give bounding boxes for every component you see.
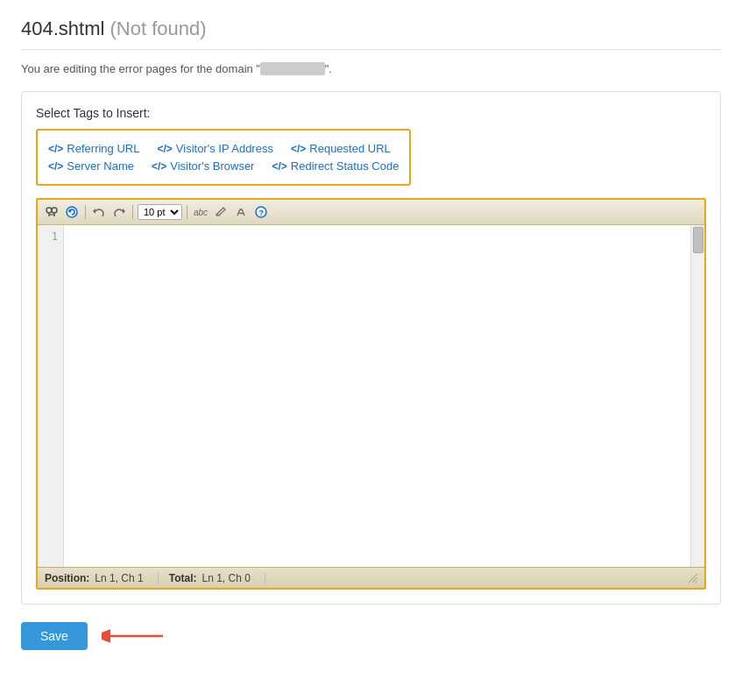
position-label: Position: (45, 572, 89, 584)
save-button[interactable]: Save (21, 622, 88, 650)
svg-point-1 (52, 208, 57, 213)
editor-toolbar: 8 pt 9 pt 10 pt 11 pt 12 pt 14 pt abc (38, 200, 704, 225)
svg-point-5 (67, 207, 77, 217)
toolbar-divider-3 (187, 205, 187, 219)
tag-requested-url-label: Requested URL (309, 142, 391, 155)
svg-line-13 (696, 581, 697, 583)
tag-visitors-browser[interactable]: </> Visitor's Browser (152, 159, 255, 173)
tag-code-icon-6: </> (272, 160, 286, 173)
page-wrapper: 404.shtml (Not found) You are editing th… (0, 0, 742, 700)
redo-icon[interactable] (110, 203, 128, 221)
undo-icon[interactable] (90, 203, 108, 221)
toolbar-divider-2 (132, 205, 133, 219)
total-label: Total: (169, 572, 197, 584)
line-number-1: 1 (43, 230, 58, 243)
tags-box: </> Referring URL </> Visitor's IP Addre… (36, 129, 411, 186)
domain-name: ••••••••••.com (260, 62, 325, 75)
subtitle: You are editing the error pages for the … (21, 62, 721, 75)
find-icon[interactable] (43, 203, 60, 221)
statusbar-total-section: Total: Ln 1, Ch 0 (169, 572, 265, 584)
tag-code-icon-2: </> (157, 143, 172, 155)
page-title-filename: 404.shtml (21, 18, 104, 39)
tag-code-icon-1: </> (48, 143, 63, 155)
tag-redirect-status-label: Redirect Status Code (291, 159, 399, 173)
position-value: Ln 1, Ch 1 (95, 572, 143, 584)
code-editor-wrapper: 8 pt 9 pt 10 pt 11 pt 12 pt 14 pt abc (36, 198, 706, 590)
tag-redirect-status[interactable]: </> Redirect Status Code (272, 159, 399, 173)
help-icon[interactable]: ? (252, 203, 270, 221)
total-value: Ln 1, Ch 0 (201, 572, 250, 584)
refresh-icon[interactable] (63, 203, 81, 221)
clear-icon[interactable] (232, 203, 250, 221)
editor-scrollbar[interactable] (690, 225, 704, 567)
tag-visitors-ip[interactable]: </> Visitor's IP Address (157, 142, 272, 155)
page-title: 404.shtml (Not found) (21, 18, 721, 50)
line-numbers: 1 (38, 225, 64, 567)
save-area: Save (21, 622, 721, 650)
tags-row-2: </> Server Name </> Visitor's Browser </… (48, 159, 399, 173)
svg-point-0 (46, 208, 52, 213)
tag-code-icon-3: </> (291, 143, 306, 155)
tag-referring-url-label: Referring URL (67, 142, 139, 155)
statusbar-position-section: Position: Ln 1, Ch 1 (45, 572, 159, 584)
tag-visitors-ip-label: Visitor's IP Address (176, 142, 273, 155)
editor-container: Select Tags to Insert: </> Referring URL… (21, 91, 721, 605)
spell-check-icon[interactable]: abc (192, 203, 209, 221)
tag-server-name-label: Server Name (67, 159, 134, 173)
toolbar-divider-1 (85, 205, 86, 219)
arrow-indicator (102, 626, 172, 647)
tag-requested-url[interactable]: </> Requested URL (291, 142, 391, 155)
edit-icon[interactable] (212, 203, 230, 221)
svg-text:?: ? (259, 209, 265, 217)
code-editor-textarea[interactable] (64, 225, 690, 567)
tag-referring-url[interactable]: </> Referring URL (48, 142, 139, 155)
scrollbar-thumb[interactable] (693, 227, 703, 253)
tag-code-icon-4: </> (48, 160, 63, 173)
font-size-select[interactable]: 8 pt 9 pt 10 pt 11 pt 12 pt 14 pt (138, 204, 182, 220)
editor-body: 1 (38, 225, 704, 567)
select-tags-label: Select Tags to Insert: (36, 106, 706, 120)
arrow-icon (102, 626, 172, 647)
page-title-status: (Not found) (110, 18, 207, 39)
resize-handle[interactable] (685, 570, 697, 585)
editor-statusbar: Position: Ln 1, Ch 1 Total: Ln 1, Ch 0 (38, 567, 704, 588)
tag-code-icon-5: </> (152, 160, 166, 173)
tag-server-name[interactable]: </> Server Name (48, 159, 134, 173)
tags-row-1: </> Referring URL </> Visitor's IP Addre… (48, 142, 399, 155)
tag-visitors-browser-label: Visitor's Browser (170, 159, 254, 173)
